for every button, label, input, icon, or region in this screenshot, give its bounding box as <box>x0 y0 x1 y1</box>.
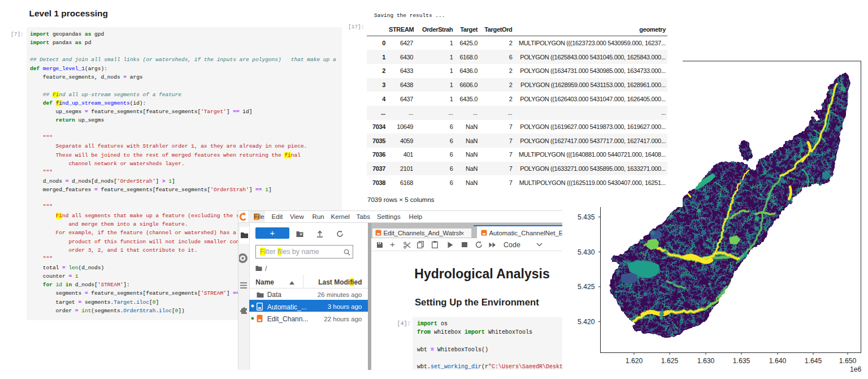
svg-text:5.425: 5.425 <box>578 283 595 291</box>
svg-text:1.630: 1.630 <box>697 357 715 365</box>
svg-text:1.620: 1.620 <box>626 357 643 365</box>
svg-text:1.640: 1.640 <box>769 357 787 365</box>
svg-text:5.435: 5.435 <box>578 213 595 221</box>
svg-text:1.625: 1.625 <box>661 357 679 365</box>
svg-text:5.420: 5.420 <box>578 318 595 326</box>
svg-text:1.645: 1.645 <box>805 357 822 365</box>
svg-text:1.635: 1.635 <box>733 357 750 365</box>
svg-text:1e6: 1e6 <box>850 365 862 373</box>
svg-text:1.650: 1.650 <box>839 357 857 365</box>
svg-text:5.430: 5.430 <box>578 248 595 256</box>
